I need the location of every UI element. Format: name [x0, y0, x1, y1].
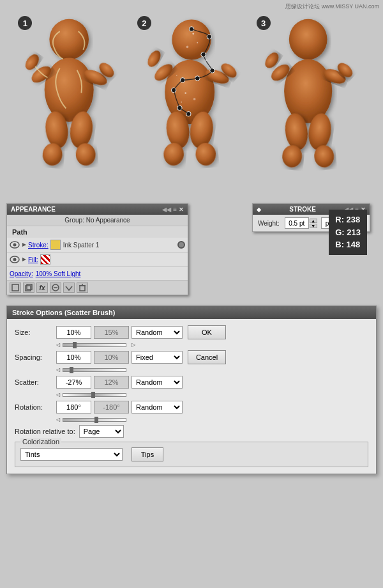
fx-btn[interactable]: fx	[36, 282, 48, 293]
gingerbread-svg-3	[260, 16, 362, 182]
stroke-arrow-icon	[22, 242, 27, 247]
scatter-slider[interactable]: ◁	[56, 392, 126, 398]
svg-marker-52	[22, 258, 26, 261]
figures-section: 1	[0, 0, 383, 198]
size-mode-select[interactable]: Random Fixed Pressure	[131, 326, 183, 339]
cancel-button[interactable]: Cancel	[188, 350, 226, 364]
stroke-label[interactable]: Stroke:	[28, 242, 49, 249]
dialog-section: Stroke Options (Scatter Brush) Size: Ran…	[0, 300, 383, 479]
svg-point-0	[50, 19, 89, 60]
appearance-opacity-row: Opacity: 100% Soft Light	[7, 267, 188, 280]
color-b: B: 148	[335, 238, 361, 251]
color-tooltip: R: 238 G: 213 B: 148	[329, 210, 367, 255]
scatter-slider-row: ◁	[15, 392, 368, 398]
svg-point-30	[197, 42, 198, 43]
figure-2: 2	[140, 16, 243, 182]
appearance-stroke-row: Stroke: Ink Spatter 1	[7, 238, 188, 252]
spacing-mode-select[interactable]: Fixed Random Pressure	[131, 351, 183, 364]
svg-rect-58	[80, 286, 85, 291]
stroke-options-dot[interactable]	[177, 241, 185, 249]
figure-number-3: 3	[257, 16, 271, 30]
appearance-group-label: Group: No Appearance	[7, 215, 188, 226]
svg-point-29	[192, 33, 194, 35]
new-art-btn[interactable]	[10, 282, 21, 293]
weight-up-btn[interactable]: ▲	[310, 219, 317, 223]
svg-point-48	[13, 244, 17, 247]
rotation-input-2[interactable]	[94, 401, 129, 414]
stroke-title: STROKE	[289, 206, 316, 213]
scatter-mode-select[interactable]: Random Fixed Pressure	[131, 376, 183, 389]
opacity-label[interactable]: Opacity:	[10, 270, 33, 277]
svg-marker-49	[22, 243, 26, 247]
duplicate-btn[interactable]	[23, 282, 34, 293]
size-slider[interactable]: ◁ ▷	[56, 342, 135, 348]
spacing-input-2[interactable]	[94, 351, 129, 364]
appearance-panel: APPEARANCE ◀◀ ≡ ✕ Group: No Appearance P…	[6, 203, 188, 295]
spacing-input-1[interactable]	[56, 351, 91, 364]
appearance-controls: ◀◀ ≡ ✕	[162, 206, 184, 213]
rotation-relative-row: Rotation relative to: Page Path	[15, 425, 368, 438]
svg-rect-54	[26, 286, 31, 291]
fill-swatch[interactable]	[40, 254, 50, 265]
spacing-slider-row: ◁	[15, 367, 368, 373]
reduce-btn[interactable]	[63, 282, 75, 293]
rotation-slider[interactable]: ◁	[56, 417, 126, 422]
svg-point-34	[184, 92, 186, 94]
svg-point-37	[289, 19, 327, 60]
gingerbread-svg-1	[21, 16, 123, 182]
fill-arrow-icon	[22, 257, 27, 262]
rotation-relative-select[interactable]: Page Path	[79, 425, 124, 438]
stroke-eye-icon[interactable]	[10, 241, 20, 249]
spacing-label: Spacing:	[15, 353, 56, 361]
scatter-input-1[interactable]	[56, 376, 91, 389]
opacity-value[interactable]: 100% Soft Light	[36, 270, 81, 277]
dialog-content: Size: Random Fixed Pressure OK ◁	[7, 319, 376, 474]
svg-point-33	[176, 75, 177, 76]
colorization-group: Colorization Tints Tints and Shades Hue …	[15, 442, 368, 467]
delete-btn[interactable]	[77, 282, 88, 293]
svg-point-51	[13, 258, 17, 261]
color-r: R: 238	[335, 213, 361, 226]
stroke-options-dialog: Stroke Options (Scatter Brush) Size: Ran…	[6, 306, 377, 474]
svg-point-13	[145, 49, 163, 69]
scatter-row: Scatter: Random Fixed Pressure	[15, 375, 368, 389]
collapse-icon[interactable]: ◀◀	[162, 206, 171, 213]
size-row: Size: Random Fixed Pressure OK	[15, 325, 368, 339]
svg-point-31	[186, 45, 189, 48]
rotation-input-1[interactable]	[56, 401, 91, 414]
appearance-path-label: Path	[7, 226, 188, 238]
figure-3: 3	[260, 16, 362, 182]
svg-point-36	[181, 102, 182, 103]
spacing-row: Spacing: Fixed Random Pressure Cancel	[15, 350, 368, 364]
size-label: Size:	[15, 329, 56, 336]
colorization-select[interactable]: Tints Tints and Shades Hue Shift None	[20, 448, 123, 461]
ok-cancel-buttons: OK	[188, 325, 226, 339]
tips-button[interactable]: Tips	[131, 447, 163, 461]
rotation-mode-select[interactable]: Random Fixed Pressure	[131, 401, 183, 414]
size-input-1[interactable]	[56, 326, 91, 339]
rotation-relative-label: Rotation relative to:	[15, 428, 75, 435]
color-g: G: 213	[335, 226, 361, 239]
weight-down-btn[interactable]: ▼	[310, 224, 317, 228]
rotation-row: Rotation: Random Fixed Pressure	[15, 400, 368, 414]
panel-close-button[interactable]: ✕	[179, 206, 184, 213]
stroke-weight-input[interactable]	[285, 217, 309, 229]
ink-spatter-label: Ink Spatter 1	[63, 242, 177, 249]
fill-label[interactable]: Fill:	[28, 256, 38, 263]
rotation-label: Rotation:	[15, 403, 56, 411]
stroke-swatch[interactable]	[50, 240, 61, 250]
stroke-weight-label: Weight:	[258, 220, 280, 227]
ok-button[interactable]: OK	[188, 325, 226, 339]
size-input-2[interactable]	[94, 326, 129, 339]
fill-eye-icon[interactable]	[10, 256, 20, 263]
colorization-legend: Colorization	[20, 438, 61, 445]
panel-menu-icon[interactable]: ≡	[173, 206, 177, 213]
clear-btn[interactable]	[50, 282, 61, 293]
svg-point-38	[284, 59, 332, 123]
spacing-slider[interactable]: ◁	[56, 367, 126, 373]
scatter-input-2[interactable]	[94, 376, 129, 389]
gingerbread-svg-2	[140, 16, 243, 182]
dialog-title: Stroke Options (Scatter Brush)	[7, 306, 376, 319]
svg-rect-55	[27, 284, 32, 290]
scatter-label: Scatter:	[15, 378, 56, 386]
